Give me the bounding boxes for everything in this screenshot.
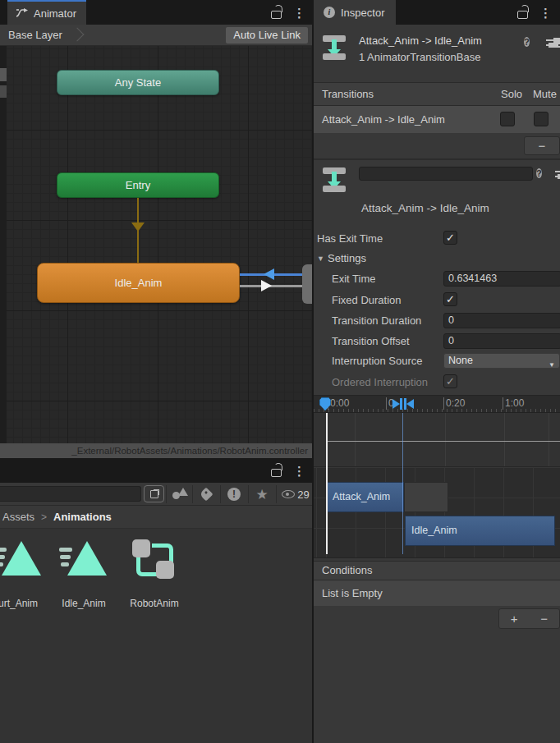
prop-ordered-interruption: Ordered Interruption ✓ [314, 374, 560, 391]
timeline-bar-tail[interactable] [404, 482, 448, 512]
breadcrumb-animations[interactable]: Animations [53, 511, 112, 523]
animator-tabbar: Animator ⋮ [0, 0, 312, 25]
prop-transition-offset: Transition Offset 0 [314, 333, 560, 350]
help-button[interactable]: ? [524, 35, 530, 48]
filter-by-type-icon [172, 488, 188, 501]
blend-curve-line [327, 441, 560, 442]
transition-row[interactable]: Attack_Anim -> Idle_Anim [314, 106, 560, 133]
kebab-menu-icon[interactable]: ⋮ [293, 465, 305, 477]
ordered-interruption-checkbox: ✓ [443, 374, 457, 388]
conditions-empty-row: List is Empty [314, 580, 560, 606]
importance-button[interactable]: ! [223, 485, 245, 503]
conditions-empty-label: List is Empty [322, 580, 383, 606]
auto-live-link-button[interactable]: Auto Live Link [226, 27, 308, 44]
exit-time-field[interactable]: 0.6341463 [443, 271, 560, 287]
foldout-arrow-icon: ▼ [317, 255, 324, 263]
breadcrumb-assets[interactable]: Assets [2, 511, 34, 523]
remove-transition-button[interactable]: − [539, 139, 546, 153]
transition-asset-icon [320, 166, 348, 194]
animator-icon [16, 8, 29, 18]
transitions-header: Transitions Solo Mute [314, 82, 560, 106]
animator-layer-bar: Base Layer Auto Live Link [0, 25, 312, 46]
transition-end-marker-icon[interactable] [404, 398, 414, 410]
animator-controller-icon [132, 538, 177, 582]
unlock-icon[interactable] [271, 11, 282, 19]
solo-checkbox[interactable] [500, 112, 515, 126]
state-node-entry[interactable]: Entry [57, 172, 219, 198]
transition-start-marker-icon[interactable] [392, 398, 402, 410]
tab-animator[interactable]: Animator [7, 0, 86, 25]
star-icon: ★ [255, 488, 268, 502]
mute-checkbox[interactable] [534, 112, 549, 126]
visibility-toggle[interactable]: 29 [279, 485, 312, 503]
breadcrumb-base-layer[interactable]: Base Layer [8, 25, 62, 46]
help-icon: ? [536, 168, 542, 178]
project-content-grid[interactable]: urt_Anim Idle_Anim RobotAnim [0, 529, 312, 743]
label-tag-icon [200, 488, 213, 502]
project-tabbar: ⋮ [0, 458, 312, 483]
animation-clip-icon [59, 538, 108, 582]
unity-editor: Animator ⋮ Base Layer Auto Live Link Any… [0, 0, 560, 743]
inspector-title: Attack_Anim -> Idle_Anim [359, 34, 482, 47]
animator-graph-canvas[interactable]: Any State Entry Idle_Anim _External/Robo… [0, 46, 312, 458]
asset-item-robotanim[interactable]: RobotAnim [122, 535, 187, 617]
transition-arrow-left-icon [264, 268, 274, 280]
timeline-bar-idle-anim[interactable]: Idle_Anim [405, 516, 555, 546]
conditions-list-footer: + − [498, 608, 560, 629]
state-node-idle-anim[interactable]: Idle_Anim [37, 263, 240, 303]
alert-circle-icon: ! [227, 488, 241, 501]
help-button[interactable]: ? [536, 167, 542, 180]
transition-offset-field[interactable]: 0 [443, 333, 560, 349]
transition-row-label: Attack_Anim -> Idle_Anim [322, 106, 445, 133]
transition-timeline[interactable]: 0:00 0 0:20 1:00 Attack_Anim Idle_ [314, 395, 560, 558]
asset-item-hurt-anim[interactable]: urt_Anim [0, 535, 51, 617]
interruption-source-dropdown[interactable]: None ▼ [443, 353, 560, 369]
playhead-line[interactable] [326, 413, 328, 554]
state-node-any-state[interactable]: Any State [57, 70, 219, 95]
asset-item-idle-anim[interactable]: Idle_Anim [51, 535, 117, 617]
prop-transition-duration: Transition Duration 0 [314, 312, 560, 329]
open-new-window-button[interactable] [144, 485, 164, 502]
state-node-partial[interactable] [302, 264, 312, 304]
transition-duration-field[interactable]: 0 [443, 313, 560, 328]
project-toolbar: ! ★ 29 [0, 483, 312, 506]
animation-clip-icon [0, 538, 43, 582]
favorites-button[interactable]: ★ [251, 485, 273, 503]
timeline-ruler[interactable]: 0:00 0 0:20 1:00 [314, 396, 560, 413]
prop-has-exit-time: Has Exit Time ✓ [314, 230, 560, 247]
kebab-menu-icon[interactable]: ⋮ [293, 7, 305, 19]
help-icon: ? [524, 37, 530, 47]
open-new-window-icon [150, 490, 158, 498]
tab-inspector[interactable]: i Inspector [314, 0, 396, 25]
unlock-icon[interactable] [517, 11, 528, 19]
timeline-bar-attack-anim[interactable]: Attack_Anim [326, 482, 404, 512]
has-exit-time-checkbox[interactable]: ✓ [443, 231, 457, 245]
breadcrumb-separator: > [41, 511, 47, 523]
tab-animator-label: Animator [34, 7, 76, 20]
solo-column-label: Solo [501, 83, 522, 105]
inspector-subtitle: 1 AnimatorTransitionBase [359, 51, 480, 63]
tick-label: 0:20 [443, 397, 465, 410]
fixed-duration-checkbox[interactable]: ✓ [443, 292, 457, 306]
prop-interruption-source: Interruption Source None ▼ [314, 352, 560, 369]
kebab-menu-icon[interactable]: ⋮ [539, 7, 552, 19]
entry-transition-arrow-icon [131, 222, 145, 232]
tick-label: 1:00 [503, 397, 524, 410]
filter-by-label-button[interactable] [195, 485, 217, 503]
add-condition-button[interactable]: + [511, 612, 518, 626]
transition-name-input[interactable] [359, 167, 533, 181]
blend-graph-area [314, 413, 560, 466]
controller-path-bar: _External/RobotAssets/Animations/RobotAn… [0, 443, 312, 458]
unlock-icon[interactable] [271, 469, 282, 477]
inspector-panel: i Inspector ⋮ Attack_Anim -> Idle_Anim 1… [314, 0, 560, 743]
remove-condition-button[interactable]: − [540, 612, 548, 626]
docked-panel-edge [0, 46, 7, 458]
filter-by-type-button[interactable] [169, 485, 190, 503]
project-breadcrumb: Assets > Animations [0, 506, 312, 529]
mute-column-label: Mute [533, 83, 557, 105]
transition-detail-label: Attack_Anim -> Idle_Anim [361, 202, 489, 214]
search-input[interactable] [0, 486, 141, 502]
prop-exit-time: Exit Time 0.6341463 [314, 270, 560, 287]
settings-foldout[interactable]: ▼ Settings [314, 250, 560, 267]
transition-arrow-right-icon [261, 280, 272, 291]
